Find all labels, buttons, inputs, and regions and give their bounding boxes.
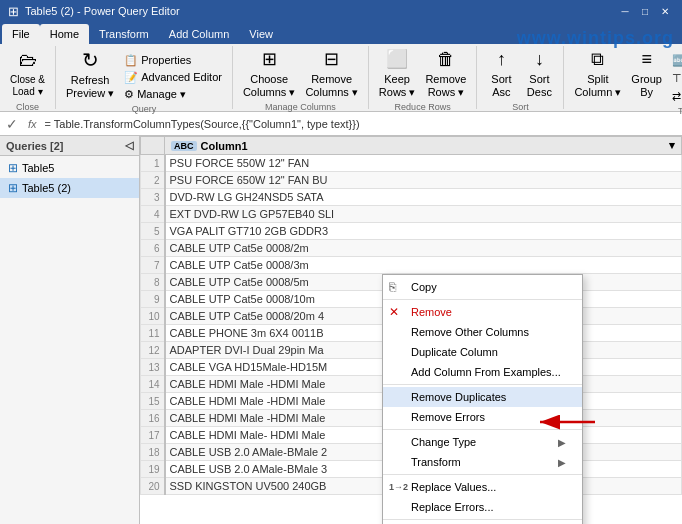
remove-rows-label: RemoveRows ▾ bbox=[425, 73, 466, 99]
refresh-preview-button[interactable]: ↻ RefreshPreview ▾ bbox=[62, 48, 118, 100]
query-item-table5-2[interactable]: ⊞ Table5 (2) bbox=[0, 178, 139, 198]
close-load-button[interactable]: 🗁 Close &Load ▾ bbox=[6, 48, 49, 100]
ctx-duplicate-label: Duplicate Column bbox=[411, 346, 498, 358]
row-number: 15 bbox=[141, 393, 165, 410]
row-value: CABLE UTP Cat5e 0008/2m bbox=[165, 240, 682, 257]
row-number: 6 bbox=[141, 240, 165, 257]
remove-rows-icon: 🗑 bbox=[437, 49, 455, 71]
query-label-table5-2: Table5 (2) bbox=[22, 182, 71, 194]
remove-rows-button[interactable]: 🗑 RemoveRows ▾ bbox=[421, 48, 470, 100]
advanced-editor-button[interactable]: 📝 Advanced Editor bbox=[120, 69, 226, 85]
remove-columns-button[interactable]: ⊟ RemoveColumns ▾ bbox=[301, 48, 361, 100]
column1-header[interactable]: ABC Column1 ▾ bbox=[165, 137, 682, 155]
row-number: 9 bbox=[141, 291, 165, 308]
choose-columns-button[interactable]: ⊞ ChooseColumns ▾ bbox=[239, 48, 299, 100]
refresh-icon: ↻ bbox=[82, 48, 99, 72]
ctx-change-type[interactable]: Change Type ▶ bbox=[383, 432, 582, 452]
queries-list: ⊞ Table5 ⊞ Table5 (2) bbox=[0, 156, 139, 524]
tab-transform[interactable]: Transform bbox=[89, 24, 159, 44]
ribbon: 🗁 Close &Load ▾ Close ↻ RefreshPreview ▾… bbox=[0, 44, 682, 112]
copy-icon: ⎘ bbox=[389, 280, 396, 294]
table-row: 4 EXT DVD-RW LG GP57EB40 SLI bbox=[141, 206, 682, 223]
ribbon-group-manage-columns: ⊞ ChooseColumns ▾ ⊟ RemoveColumns ▾ Mana… bbox=[233, 46, 369, 109]
row-number: 7 bbox=[141, 257, 165, 274]
properties-label: Properties bbox=[141, 54, 191, 66]
sort-desc-icon: ↓ bbox=[535, 49, 544, 71]
ctx-separator-4 bbox=[383, 474, 582, 475]
minimize-button[interactable]: ─ bbox=[616, 4, 634, 18]
split-column-button[interactable]: ⧉ SplitColumn ▾ bbox=[570, 48, 625, 100]
replace-values-button[interactable]: ⇄ Replace Values bbox=[668, 88, 682, 104]
sort-desc-button[interactable]: ↓ SortDesc bbox=[521, 48, 557, 100]
query-item-table5[interactable]: ⊞ Table5 bbox=[0, 158, 139, 178]
ctx-remove-duplicates-label: Remove Duplicates bbox=[411, 391, 506, 403]
ribbon-group-close: 🗁 Close &Load ▾ Close bbox=[0, 46, 56, 109]
ctx-transform[interactable]: Transform ▶ bbox=[383, 452, 582, 472]
ctx-remove-errors[interactable]: Remove Errors bbox=[383, 407, 582, 427]
ctx-copy-label: Copy bbox=[411, 281, 437, 293]
close-group-label: Close bbox=[16, 100, 39, 113]
close-button[interactable]: ✕ bbox=[656, 4, 674, 18]
ctx-add-from-examples[interactable]: Add Column From Examples... bbox=[383, 362, 582, 382]
group-by-icon: ≡ bbox=[641, 49, 652, 71]
col-header-name: Column1 bbox=[201, 140, 248, 152]
remove-columns-label: RemoveColumns ▾ bbox=[305, 73, 357, 99]
row-number: 10 bbox=[141, 308, 165, 325]
sort-desc-label: SortDesc bbox=[527, 73, 552, 99]
choose-columns-icon: ⊞ bbox=[262, 49, 277, 71]
tab-view[interactable]: View bbox=[239, 24, 283, 44]
remove-columns-icon: ⊟ bbox=[324, 49, 339, 71]
row-number: 20 bbox=[141, 478, 165, 495]
ctx-remove[interactable]: ✕ Remove bbox=[383, 302, 582, 322]
keep-rows-icon: ⬜ bbox=[386, 49, 408, 71]
ctx-separator-1 bbox=[383, 299, 582, 300]
col-dropdown-icon[interactable]: ▾ bbox=[669, 139, 675, 152]
row-number: 14 bbox=[141, 376, 165, 393]
row-number: 19 bbox=[141, 461, 165, 478]
query-group-label: Query bbox=[132, 102, 157, 115]
replace-values-icon: ⇄ bbox=[672, 90, 681, 103]
main-area: Queries [2] ◁ ⊞ Table5 ⊞ Table5 (2) ABC bbox=[0, 136, 682, 524]
ctx-remove-duplicates[interactable]: Remove Duplicates bbox=[383, 387, 582, 407]
row-number: 5 bbox=[141, 223, 165, 240]
row-value: EXT DVD-RW LG GP57EB40 SLI bbox=[165, 206, 682, 223]
ctx-replace-errors[interactable]: Replace Errors... bbox=[383, 497, 582, 517]
ctx-replace-values[interactable]: 1→2 Replace Values... bbox=[383, 477, 582, 497]
tab-home[interactable]: Home bbox=[40, 24, 89, 44]
tab-add-column[interactable]: Add Column bbox=[159, 24, 240, 44]
row-number: 3 bbox=[141, 189, 165, 206]
ctx-remove-other-label: Remove Other Columns bbox=[411, 326, 529, 338]
use-first-row-button[interactable]: ⊤ Use First Row as Headers ▾ bbox=[668, 70, 682, 86]
transform-group-label: Transform bbox=[678, 104, 682, 117]
ctx-duplicate[interactable]: Duplicate Column bbox=[383, 342, 582, 362]
group-by-button[interactable]: ≡ GroupBy bbox=[627, 48, 666, 100]
queries-collapse-icon[interactable]: ◁ bbox=[125, 139, 133, 152]
formula-checkmark[interactable]: ✓ bbox=[4, 116, 20, 132]
table-row: 2 PSU FORCE 650W 12" FAN BU bbox=[141, 172, 682, 189]
ribbon-tabs: File Home Transform Add Column View bbox=[0, 22, 682, 44]
tab-file[interactable]: File bbox=[2, 24, 40, 44]
query-label-table5: Table5 bbox=[22, 162, 54, 174]
keep-rows-button[interactable]: ⬜ KeepRows ▾ bbox=[375, 48, 420, 100]
table-row: 6 CABLE UTP Cat5e 0008/2m bbox=[141, 240, 682, 257]
row-value: PSU FORCE 550W 12" FAN bbox=[165, 155, 682, 172]
advanced-editor-label: Advanced Editor bbox=[141, 71, 222, 83]
use-first-row-icon: ⊤ bbox=[672, 72, 682, 85]
properties-button[interactable]: 📋 Properties bbox=[120, 52, 226, 68]
row-number: 4 bbox=[141, 206, 165, 223]
sort-asc-button[interactable]: ↑ SortAsc bbox=[483, 48, 519, 100]
context-menu: ⎘ Copy ✕ Remove Remove Other Columns Dup… bbox=[382, 274, 583, 524]
queries-header: Queries [2] ◁ bbox=[0, 136, 139, 156]
ctx-copy[interactable]: ⎘ Copy bbox=[383, 277, 582, 297]
formula-fx-label: fx bbox=[24, 118, 41, 130]
maximize-button[interactable]: □ bbox=[636, 4, 654, 18]
formula-bar: ✓ fx = Table.TransformColumnTypes(Source… bbox=[0, 112, 682, 136]
ctx-remove-other[interactable]: Remove Other Columns bbox=[383, 322, 582, 342]
formula-content[interactable]: = Table.TransformColumnTypes(Source,{{"C… bbox=[45, 118, 678, 130]
data-type-button[interactable]: 🔤 Data Type: Text ▾ bbox=[668, 52, 682, 68]
row-number: 12 bbox=[141, 342, 165, 359]
data-area: ABC Column1 ▾ 1 PSU FORCE 550W 12" FAN 2… bbox=[140, 136, 682, 524]
manage-button[interactable]: ⚙ Manage ▾ bbox=[120, 86, 226, 102]
ribbon-group-transform: ⧉ SplitColumn ▾ ≡ GroupBy 🔤 Data Type: T… bbox=[564, 46, 682, 109]
ctx-replace-errors-label: Replace Errors... bbox=[411, 501, 494, 513]
